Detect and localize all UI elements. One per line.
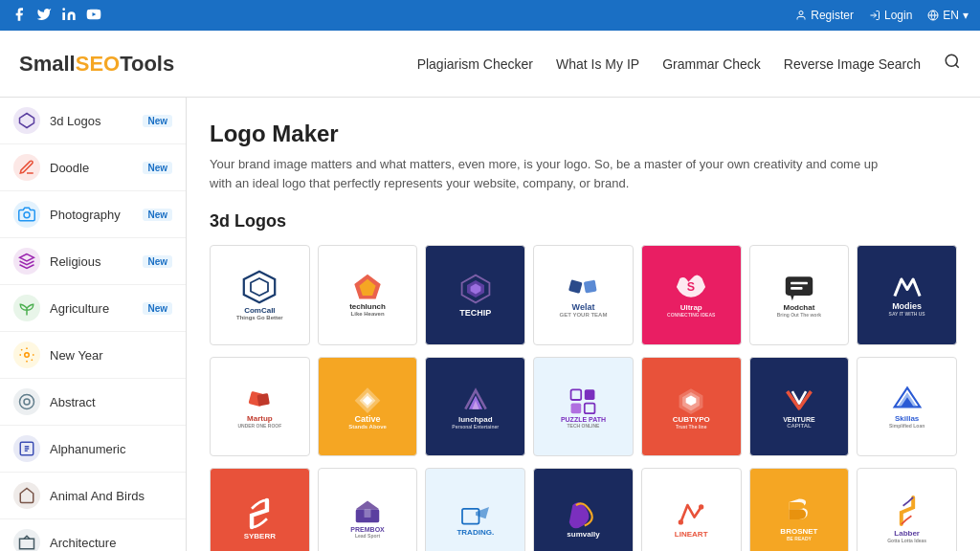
sidebar-label-3dlogos: 3d Logos [50, 114, 133, 128]
logo-card-ultrap[interactable]: S Ultrap CONNECTING IDEAS [641, 245, 742, 345]
logo-card-trading[interactable]: TRADING. [425, 468, 525, 551]
svg-marker-29 [251, 278, 268, 296]
linkedin-icon[interactable] [61, 7, 77, 25]
facebook-icon[interactable] [11, 7, 27, 25]
sidebar-label-photography: Photography [50, 208, 133, 222]
svg-rect-36 [584, 279, 597, 293]
logo-card-lunchpad[interactable]: lunchpad Personal Entertainer [425, 357, 525, 457]
svg-point-62 [699, 504, 703, 509]
logo-card-sumvally[interactable]: sumvally [533, 468, 634, 551]
logo-grid-row1: ComCall Things Go Better techlunch Like … [210, 245, 957, 345]
sidebar-item-3dlogos[interactable]: 3d Logos New [0, 98, 186, 144]
svg-rect-0 [62, 12, 65, 20]
sidebar-label-architecture: Architecture [50, 536, 172, 550]
logo-card-lineart[interactable]: LINEART [641, 468, 742, 551]
sidebar-item-animalbirds[interactable]: Animal And Birds [0, 473, 186, 519]
logo-grid-row2: Martup UNDER ONE ROOF Cative Stands Abov… [210, 357, 957, 457]
svg-rect-43 [257, 393, 271, 407]
sidebar-item-agriculture[interactable]: Agriculture New [0, 285, 186, 332]
logo-card-comcall[interactable]: ComCall Things Go Better [210, 245, 310, 345]
logo-card-skillas[interactable]: Skillas Simplified Loan [857, 357, 957, 457]
svg-point-61 [679, 519, 683, 524]
nav-plagiarism[interactable]: Plagiarism Checker [417, 56, 533, 72]
svg-point-11 [25, 353, 30, 358]
logo-card-venture[interactable]: VENTURE CAPITAL [749, 357, 850, 457]
svg-point-1 [62, 8, 65, 11]
social-links [11, 7, 101, 25]
page-title: Logo Maker [210, 121, 957, 147]
sidebar-item-religious[interactable]: Religious New [0, 238, 186, 285]
nav-reverseimage[interactable]: Reverse Image Search [784, 56, 921, 72]
svg-line-15 [32, 360, 33, 361]
svg-line-14 [21, 349, 22, 350]
svg-marker-58 [356, 501, 380, 510]
nav-grammarcheck[interactable]: Grammar Check [662, 56, 761, 72]
svg-marker-39 [791, 296, 794, 300]
sidebar-item-doodle[interactable]: Doodle New [0, 144, 186, 191]
logo-grid-row3: SYBERR PREMBOX Lead Sport TRADING. [210, 468, 957, 551]
svg-point-10 [24, 212, 30, 218]
logo-card-welat[interactable]: Welat GET YOUR TEAM [533, 245, 634, 345]
logo-card-brosnet[interactable]: BROSNET BE READY [749, 468, 850, 551]
top-bar-actions: Register Login EN ▾ [795, 9, 969, 22]
badge-agriculture: New [143, 302, 172, 315]
sidebar-label-animalbirds: Animal And Birds [50, 489, 172, 503]
logo-card-modchat[interactable]: Modchat Bring Out The work [749, 245, 850, 345]
main-layout: 3d Logos New Doodle New Photography New … [0, 98, 980, 551]
logo-card-techlunch[interactable]: techlunch Like Heaven [318, 245, 418, 345]
section-title: 3d Logos [210, 211, 957, 231]
svg-line-8 [955, 64, 958, 67]
logo-card-modies[interactable]: Modies SAY IT WITH US [857, 245, 957, 345]
main-nav: Plagiarism Checker What Is My IP Grammar… [417, 53, 961, 75]
logo-card-labber[interactable]: Labber Gotta Lotta Ideas [857, 468, 957, 551]
svg-rect-49 [571, 404, 582, 414]
badge-photography: New [143, 209, 172, 221]
sidebar-item-photography[interactable]: Photography New [0, 191, 186, 238]
logo-card-puzzlepath[interactable]: PUZZLE PATH TECH ONLINE [533, 357, 634, 457]
sidebar-label-doodle: Doodle [50, 161, 133, 175]
lang-selector[interactable]: EN ▾ [927, 9, 969, 22]
svg-rect-60 [462, 509, 479, 524]
svg-rect-35 [568, 279, 583, 294]
logo-card-syberr[interactable]: SYBERR [210, 468, 310, 551]
svg-text:S: S [687, 280, 695, 294]
search-button[interactable] [944, 53, 961, 75]
svg-marker-9 [20, 114, 34, 128]
top-bar: Register Login EN ▾ [0, 0, 980, 31]
svg-point-19 [24, 399, 30, 405]
sidebar-item-newyear[interactable]: New Year [0, 332, 186, 379]
sidebar-label-newyear: New Year [50, 348, 172, 363]
svg-rect-21 [20, 539, 34, 549]
badge-religious: New [143, 255, 172, 268]
svg-point-7 [946, 55, 957, 66]
sidebar: 3d Logos New Doodle New Photography New … [0, 98, 187, 551]
logo-card-cative[interactable]: Cative Stands Above [318, 357, 418, 457]
site-logo[interactable]: SmallSEOTools [19, 52, 174, 77]
sidebar-item-architecture[interactable]: Architecture [0, 519, 186, 551]
nav-whatismyip[interactable]: What Is My IP [556, 56, 639, 72]
svg-point-3 [799, 11, 803, 15]
svg-rect-50 [585, 404, 595, 414]
svg-rect-38 [786, 277, 813, 297]
svg-rect-59 [365, 510, 371, 518]
svg-rect-41 [791, 287, 802, 290]
logo-card-cubtypo[interactable]: CUBTYPO Trust The line [641, 357, 742, 457]
svg-point-18 [20, 395, 34, 409]
svg-rect-47 [571, 389, 582, 400]
register-link[interactable]: Register [795, 9, 854, 22]
logo-card-prembox[interactable]: PREMBOX Lead Sport [318, 468, 418, 551]
logo-card-techip[interactable]: TECHIP [425, 245, 525, 345]
youtube-icon[interactable] [86, 7, 101, 25]
sidebar-label-alphanumeric: Alphanumeric [50, 442, 172, 456]
svg-rect-40 [791, 282, 808, 285]
sidebar-label-abstract: Abstract [50, 395, 172, 409]
content-area: Logo Maker Your brand image matters and … [187, 98, 980, 551]
header: SmallSEOTools Plagiarism Checker What Is… [0, 31, 980, 98]
twitter-icon[interactable] [36, 7, 52, 25]
logo-card-martup[interactable]: Martup UNDER ONE ROOF [210, 357, 310, 457]
svg-rect-48 [585, 389, 595, 400]
login-link[interactable]: Login [869, 9, 912, 22]
sidebar-item-alphanumeric[interactable]: Alphanumeric [0, 426, 186, 473]
page-description: Your brand image matters and what matter… [210, 155, 880, 192]
sidebar-item-abstract[interactable]: Abstract [0, 379, 186, 426]
